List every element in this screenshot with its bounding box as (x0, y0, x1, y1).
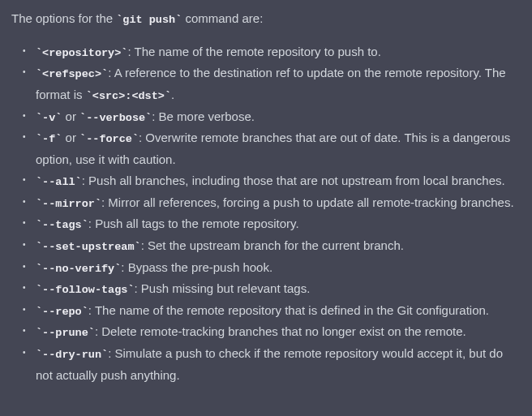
option-flag: `--set-upstream` (36, 241, 141, 253)
list-item: `--repo`: The name of the remote reposit… (23, 300, 521, 322)
list-item: `<refspec>`: A reference to the destinat… (23, 62, 521, 105)
list-item: `--prune`: Delete remote-tracking branch… (23, 321, 521, 343)
option-flag: `<refspec>` (36, 68, 108, 80)
list-item: `-v` or `--verbose`: Be more verbose. (23, 106, 521, 128)
list-item: `-f` or `--force`: Overwrite remote bran… (23, 127, 521, 170)
option-desc: : Bypass the pre-push hook. (121, 260, 272, 274)
list-item: `--follow-tags`: Push missing but releva… (23, 278, 521, 300)
option-flag: `--verbose` (79, 112, 152, 124)
option-flag: `-f` (36, 133, 62, 145)
option-flag: `--dry-run` (36, 349, 108, 361)
option-desc: . (171, 88, 174, 101)
option-desc: : Be more verbose. (152, 109, 255, 123)
option-desc: : Push missing but relevant tags. (135, 281, 311, 295)
options-list: `<repository>`: The name of the remote r… (11, 41, 521, 386)
option-flag: `-v` (36, 112, 62, 124)
list-item: `--dry-run`: Simulate a push to check if… (23, 343, 521, 386)
list-item: `--all`: Push all branches, including th… (23, 170, 521, 192)
option-flag: `--mirror` (36, 198, 101, 210)
list-item: `--no-verify`: Bypass the pre-push hook. (23, 257, 521, 279)
option-desc: : Mirror all references, forcing a push … (101, 195, 514, 209)
option-sep: or (62, 131, 79, 144)
document-body: The options for the `git push` command a… (0, 0, 532, 394)
option-flag: `--prune` (36, 327, 95, 339)
intro-paragraph: The options for the `git push` command a… (11, 8, 521, 30)
option-flag: `--tags` (36, 219, 88, 231)
list-item: `--set-upstream`: Set the upstream branc… (23, 235, 521, 257)
list-item: `--mirror`: Mirror all references, forci… (23, 192, 521, 214)
option-desc: : The name of the remote repository that… (88, 303, 489, 317)
option-flag: `<repository>` (36, 47, 127, 59)
list-item: `<repository>`: The name of the remote r… (23, 41, 521, 63)
intro-cmd: `git push` (116, 14, 182, 26)
option-desc: : Set the upstream branch for the curren… (141, 238, 404, 252)
intro-suffix: command are: (182, 11, 263, 25)
option-desc: : Push all branches, including those tha… (82, 174, 505, 187)
list-item: `--tags`: Push all tags to the remote re… (23, 213, 521, 235)
option-flag: `--all` (36, 176, 82, 188)
option-flag: `<src>:<dst>` (86, 90, 171, 102)
option-flag: `--no-verify` (36, 263, 121, 275)
option-flag: `--follow-tags` (36, 284, 135, 296)
option-desc: : The name of the remote repository to p… (127, 45, 380, 58)
option-flag: `--repo` (36, 306, 88, 318)
option-desc: : Push all tags to the remote repository… (88, 217, 299, 230)
option-desc: : Delete remote-tracking branches that n… (95, 324, 466, 338)
option-flag: `--force` (79, 133, 139, 145)
option-sep: or (62, 109, 79, 123)
intro-prefix: The options for the (11, 11, 116, 25)
